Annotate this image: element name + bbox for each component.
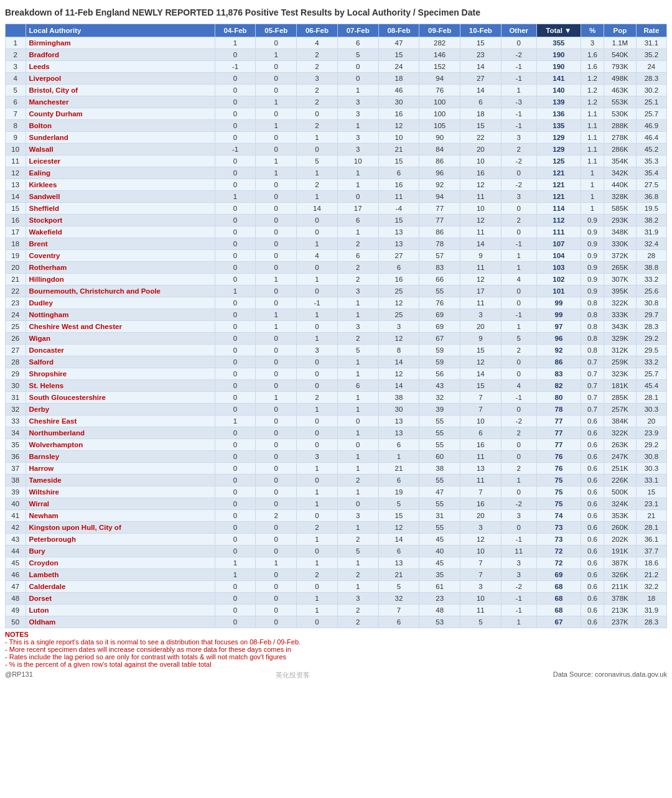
- cell-7-7: 105: [419, 120, 460, 132]
- cell-41-10: 73: [536, 522, 581, 534]
- cell-29-4: 0: [297, 380, 338, 392]
- cell-42-0: 43: [6, 534, 26, 545]
- cell-17-11: 0.9: [581, 238, 604, 250]
- cell-33-0: 34: [6, 427, 26, 439]
- cell-28-11: 0.7: [581, 368, 604, 380]
- cell-3-5: 0: [337, 73, 378, 85]
- cell-24-0: 25: [6, 321, 26, 333]
- cell-5-3: 1: [256, 96, 297, 108]
- cell-42-7: 45: [419, 534, 460, 545]
- table-row: 45Croydon1111134573720.6387K18.6: [6, 557, 667, 569]
- cell-11-7: 96: [419, 167, 460, 179]
- cell-12-13: 27.5: [636, 179, 666, 191]
- cell-37-5: 2: [337, 475, 378, 486]
- cell-44-2: 1: [215, 557, 256, 569]
- cell-21-0: 22: [6, 285, 26, 297]
- cell-25-5: 2: [337, 333, 378, 345]
- table-row: 39Wiltshire0011194770750.6500K15: [6, 486, 667, 498]
- cell-9-11: 1.1: [581, 144, 604, 155]
- table-row: 38Tameside0002655111750.6226K33.1: [6, 475, 667, 486]
- cell-9-4: 0: [297, 144, 338, 155]
- cell-0-8: 15: [460, 37, 502, 49]
- cell-30-7: 32: [419, 392, 460, 404]
- cell-38-7: 47: [419, 486, 460, 498]
- cell-49-12: 237K: [604, 616, 636, 628]
- cell-36-13: 30.3: [636, 463, 666, 475]
- cell-13-12: 328K: [604, 191, 636, 203]
- table-row: 24Nottingham011125693-1990.8333K29.7: [6, 309, 667, 321]
- cell-44-11: 0.6: [581, 557, 604, 569]
- cell-13-10: 121: [536, 191, 581, 203]
- cell-16-7: 86: [419, 226, 460, 238]
- cell-25-3: 0: [256, 333, 297, 345]
- cell-11-5: 1: [337, 167, 378, 179]
- cell-34-13: 29.2: [636, 439, 666, 451]
- cell-10-4: 5: [297, 155, 338, 167]
- cell-32-7: 55: [419, 415, 460, 427]
- cell-10-12: 354K: [604, 155, 636, 167]
- cell-31-13: 30.3: [636, 404, 666, 415]
- cell-0-11: 3: [581, 37, 604, 49]
- cell-4-7: 76: [419, 85, 460, 96]
- cell-7-0: 8: [6, 120, 26, 132]
- cell-16-11: 0.9: [581, 226, 604, 238]
- cell-20-6: 16: [378, 274, 419, 285]
- col-header-4: 06-Feb: [297, 24, 338, 37]
- cell-1-6: 15: [378, 49, 419, 61]
- cell-24-11: 0.8: [581, 321, 604, 333]
- cell-36-0: 37: [6, 463, 26, 475]
- table-header-row: Local Authority04-Feb05-Feb06-Feb07-Feb0…: [6, 24, 667, 37]
- cell-11-1: Ealing: [26, 167, 215, 179]
- table-row: 18Brent0012137814-11070.9330K32.4: [6, 238, 667, 250]
- cell-24-7: 69: [419, 321, 460, 333]
- cell-22-8: 11: [460, 297, 502, 309]
- cell-41-12: 260K: [604, 522, 636, 534]
- cell-14-13: 19.5: [636, 203, 666, 215]
- table-row: 49Luton001274811-1680.6213K31.9: [6, 605, 667, 616]
- cell-47-7: 23: [419, 593, 460, 605]
- cell-2-9: -1: [501, 61, 536, 73]
- cell-22-13: 30.8: [636, 297, 666, 309]
- cell-22-5: 1: [337, 297, 378, 309]
- cell-21-2: 1: [215, 285, 256, 297]
- cell-49-3: 0: [256, 616, 297, 628]
- cell-7-5: 1: [337, 120, 378, 132]
- cell-3-12: 498K: [604, 73, 636, 85]
- cell-44-10: 72: [536, 557, 581, 569]
- cell-27-1: Salford: [26, 356, 215, 368]
- cell-35-10: 76: [536, 451, 581, 463]
- cell-15-10: 112: [536, 215, 581, 226]
- cell-7-3: 1: [256, 120, 297, 132]
- cell-29-10: 82: [536, 380, 581, 392]
- cell-42-6: 14: [378, 534, 419, 545]
- cell-22-1: Dudley: [26, 297, 215, 309]
- cell-26-1: Doncaster: [26, 345, 215, 356]
- cell-28-2: 0: [215, 368, 256, 380]
- table-row: 10Walsall-100321842021291.1286K45.2: [6, 144, 667, 155]
- cell-19-8: 11: [460, 262, 502, 274]
- cell-1-8: 23: [460, 49, 502, 61]
- cell-36-5: 1: [337, 463, 378, 475]
- table-row: 19Coventry00462757911040.9372K28: [6, 250, 667, 262]
- cell-7-1: Bolton: [26, 120, 215, 132]
- cell-38-1: Wiltshire: [26, 486, 215, 498]
- cell-44-1: Croydon: [26, 557, 215, 569]
- cell-48-4: 1: [297, 605, 338, 616]
- cell-43-1: Bury: [26, 545, 215, 557]
- cell-32-4: 0: [297, 415, 338, 427]
- cell-37-12: 226K: [604, 475, 636, 486]
- cell-25-0: 26: [6, 333, 26, 345]
- cell-32-12: 384K: [604, 415, 636, 427]
- table-row: 36Barnsley0031160110760.6247K30.8: [6, 451, 667, 463]
- cell-47-9: -1: [501, 593, 536, 605]
- cell-22-0: 23: [6, 297, 26, 309]
- cell-24-4: 0: [297, 321, 338, 333]
- cell-8-7: 90: [419, 132, 460, 144]
- cell-12-9: -2: [501, 179, 536, 191]
- cell-46-13: 32.2: [636, 581, 666, 593]
- data-table: Local Authority04-Feb05-Feb06-Feb07-Feb0…: [5, 24, 667, 628]
- cell-1-13: 35.2: [636, 49, 666, 61]
- cell-15-9: 2: [501, 215, 536, 226]
- cell-11-4: 1: [297, 167, 338, 179]
- cell-25-10: 96: [536, 333, 581, 345]
